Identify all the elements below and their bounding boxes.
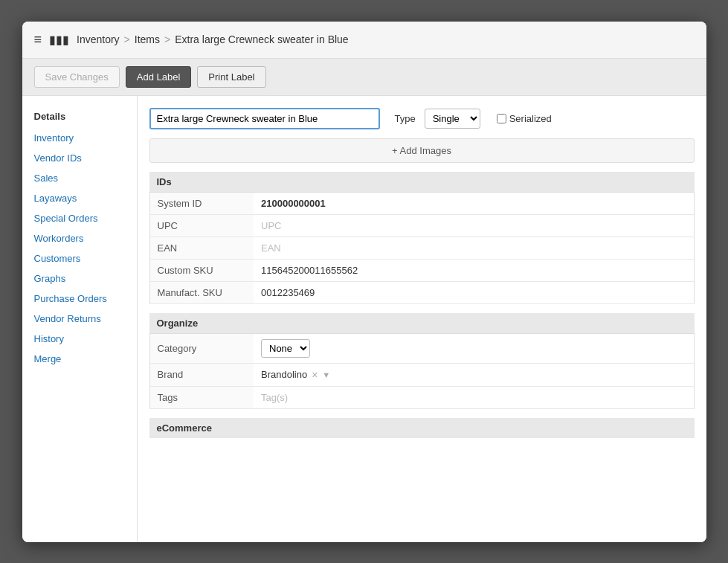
item-name-input[interactable] bbox=[149, 108, 380, 129]
sidebar-item-vendor-ids[interactable]: Vendor IDs bbox=[22, 148, 137, 168]
ean-label: EAN bbox=[149, 237, 254, 259]
breadcrumb-sep1: > bbox=[124, 33, 130, 45]
brand-dropdown-icon[interactable]: ▼ bbox=[322, 370, 330, 379]
table-row: Brand Brandolino × ▼ bbox=[149, 363, 694, 386]
sidebar-item-workorders[interactable]: Workorders bbox=[22, 228, 137, 248]
category-cell: None bbox=[254, 333, 694, 363]
item-name-row: Type Single Bundle Kit Serialized bbox=[149, 108, 695, 129]
ids-section-header: IDs bbox=[149, 172, 695, 192]
add-images-button[interactable]: + Add Images bbox=[149, 138, 695, 163]
toolbar: Save Changes Add Label Print Label bbox=[22, 59, 706, 96]
system-id-value: 210000000001 bbox=[254, 192, 694, 214]
serialized-label: Serialized bbox=[497, 113, 552, 124]
sidebar-item-vendor-returns[interactable]: Vendor Returns bbox=[22, 309, 137, 329]
brand-label: Brand bbox=[149, 363, 254, 386]
tags-label: Tags bbox=[149, 386, 254, 408]
brand-value: Brandolino bbox=[261, 369, 307, 380]
table-row: Manufact. SKU 0012235469 bbox=[149, 281, 694, 303]
sidebar-item-inventory[interactable]: Inventory bbox=[22, 128, 137, 148]
ecommerce-section-header: eCommerce bbox=[149, 418, 695, 438]
add-label-button[interactable]: Add Label bbox=[126, 66, 192, 88]
category-select[interactable]: None bbox=[261, 339, 310, 358]
sidebar-item-layaways[interactable]: Layaways bbox=[22, 188, 137, 208]
sidebar-item-sales[interactable]: Sales bbox=[22, 168, 137, 188]
table-row: EAN EAN bbox=[149, 237, 694, 259]
upc-label: UPC bbox=[149, 214, 254, 237]
database-icon: ▮▮▮ bbox=[49, 33, 69, 47]
type-label: Type bbox=[395, 113, 416, 124]
sidebar-item-special-orders[interactable]: Special Orders bbox=[22, 208, 137, 228]
tags-cell[interactable]: Tag(s) bbox=[254, 386, 694, 408]
organize-section-header: Organize bbox=[149, 313, 695, 333]
table-row: Custom SKU 115645200011655562 bbox=[149, 259, 694, 281]
table-row: Category None bbox=[149, 333, 694, 363]
breadcrumb-items[interactable]: Items bbox=[135, 33, 160, 45]
ids-table: System ID 210000000001 UPC UPC EAN EAN C… bbox=[149, 192, 695, 304]
sidebar-item-merge[interactable]: Merge bbox=[22, 349, 137, 369]
serialized-text: Serialized bbox=[509, 113, 552, 124]
brand-clear-icon[interactable]: × bbox=[312, 369, 318, 381]
brand-field: Brandolino × ▼ bbox=[261, 369, 686, 381]
main-content: Type Single Bundle Kit Serialized + Add … bbox=[138, 96, 706, 542]
sidebar: Details Inventory Vendor IDs Sales Layaw… bbox=[22, 96, 138, 542]
header: ≡ ▮▮▮ Inventory > Items > Extra large Cr… bbox=[22, 22, 706, 59]
serialized-checkbox[interactable] bbox=[497, 114, 506, 123]
ean-value[interactable]: EAN bbox=[254, 237, 694, 259]
brand-cell: Brandolino × ▼ bbox=[254, 363, 694, 386]
sidebar-section-details: Details bbox=[22, 108, 137, 128]
category-label: Category bbox=[149, 333, 254, 363]
table-row: System ID 210000000001 bbox=[149, 192, 694, 214]
print-label-button[interactable]: Print Label bbox=[197, 66, 265, 88]
breadcrumb: Inventory > Items > Extra large Crewneck… bbox=[77, 33, 349, 45]
sidebar-item-customers[interactable]: Customers bbox=[22, 248, 137, 268]
tags-placeholder: Tag(s) bbox=[261, 392, 288, 403]
manufact-sku-value: 0012235469 bbox=[254, 281, 694, 303]
breadcrumb-current-page: Extra large Crewneck sweater in Blue bbox=[175, 33, 348, 45]
breadcrumb-sep2: > bbox=[164, 33, 170, 45]
hamburger-icon[interactable]: ≡ bbox=[34, 32, 42, 48]
system-id-label: System ID bbox=[149, 192, 254, 214]
sidebar-item-purchase-orders[interactable]: Purchase Orders bbox=[22, 289, 137, 309]
custom-sku-label: Custom SKU bbox=[149, 259, 254, 281]
upc-value[interactable]: UPC bbox=[254, 214, 694, 237]
save-changes-button[interactable]: Save Changes bbox=[34, 66, 120, 88]
organize-table: Category None Brand Brandolino × ▼ bbox=[149, 333, 695, 409]
table-row: UPC UPC bbox=[149, 214, 694, 237]
content-area: Details Inventory Vendor IDs Sales Layaw… bbox=[22, 96, 706, 542]
sidebar-item-history[interactable]: History bbox=[22, 329, 137, 349]
main-window: ≡ ▮▮▮ Inventory > Items > Extra large Cr… bbox=[22, 22, 706, 542]
breadcrumb-inventory[interactable]: Inventory bbox=[77, 33, 120, 45]
type-select[interactable]: Single Bundle Kit bbox=[425, 109, 480, 129]
sidebar-item-graphs[interactable]: Graphs bbox=[22, 268, 137, 289]
table-row: Tags Tag(s) bbox=[149, 386, 694, 408]
custom-sku-value: 115645200011655562 bbox=[254, 259, 694, 281]
manufact-sku-label: Manufact. SKU bbox=[149, 281, 254, 303]
